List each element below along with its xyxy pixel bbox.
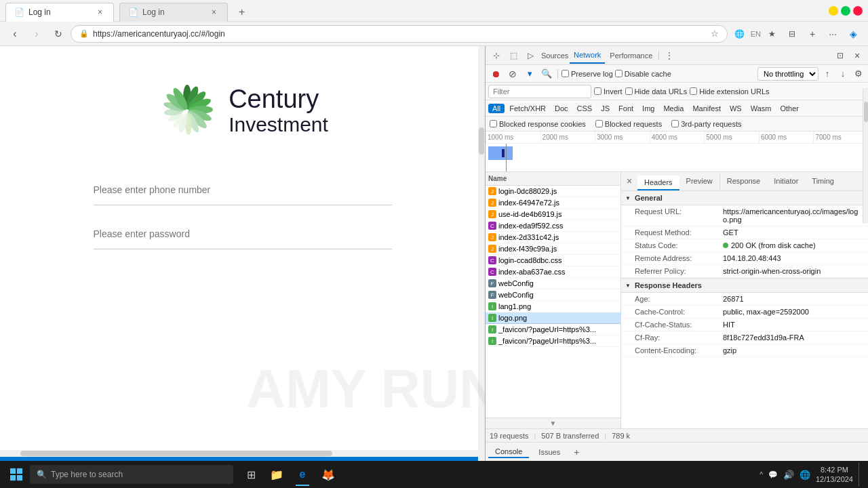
maximize-button[interactable]: [841, 6, 850, 16]
filter-icon-btn[interactable]: ▾: [522, 66, 537, 81]
record-btn[interactable]: ⏺: [488, 66, 503, 81]
hide-data-urls-label[interactable]: Hide data URLs: [625, 87, 688, 96]
show-desktop-btn[interactable]: [859, 462, 863, 487]
tray-chevron[interactable]: ^: [760, 471, 763, 479]
dt-network-btn[interactable]: Network: [570, 47, 605, 64]
general-section-header[interactable]: ▼ General: [621, 191, 868, 205]
tab-initiator[interactable]: Initiator: [767, 172, 805, 190]
bookmark-icon[interactable]: ☆: [711, 28, 719, 39]
blocked-cookies-label[interactable]: Blocked response cookies: [490, 120, 586, 128]
more-button[interactable]: ···: [823, 24, 842, 43]
copilot-button[interactable]: ◈: [844, 24, 863, 43]
blocked-requests-label[interactable]: Blocked requests: [595, 120, 662, 128]
export-btn[interactable]: ↓: [836, 67, 850, 81]
dt-inspect-btn[interactable]: ⬚: [505, 47, 521, 64]
hide-ext-urls-label[interactable]: Hide extension URLs: [690, 87, 769, 96]
filter-all[interactable]: All: [488, 104, 505, 113]
req-row-4[interactable]: C index-eda9f592.css: [486, 220, 620, 232]
tray-network-icon[interactable]: 🌐: [800, 470, 810, 480]
req-row-1[interactable]: J login-0dc88029.js: [486, 186, 620, 197]
filter-css[interactable]: CSS: [573, 104, 597, 113]
req-row-12-selected[interactable]: I logo.png: [486, 312, 620, 324]
req-row-10[interactable]: F webConfig: [486, 289, 620, 301]
req-row-2[interactable]: J index-64947e72.js: [486, 197, 620, 209]
search-btn[interactable]: 🔍: [539, 66, 554, 81]
filter-doc[interactable]: Doc: [551, 104, 572, 113]
page-scrollbar-v[interactable]: [478, 46, 485, 461]
forward-button[interactable]: ›: [27, 24, 46, 43]
tray-volume-icon[interactable]: 🔊: [783, 470, 794, 480]
import-btn[interactable]: ↑: [821, 67, 834, 81]
taskview-btn[interactable]: ⊞: [239, 461, 263, 488]
tab-response[interactable]: Response: [720, 172, 768, 190]
third-party-label[interactable]: 3rd-party requests: [671, 120, 741, 128]
filter-media[interactable]: Media: [659, 104, 688, 113]
req-row-3[interactable]: J use-id-de4b6919.js: [486, 209, 620, 220]
dt-dock-btn[interactable]: ⊡: [832, 47, 848, 64]
req-row-7[interactable]: C login-ccad8dbc.css: [486, 255, 620, 266]
dt-pointer-btn[interactable]: ⊹: [488, 47, 505, 64]
req-row-5[interactable]: J index-2d331c42.js: [486, 232, 620, 243]
tab-timing[interactable]: Timing: [805, 172, 841, 190]
dt-more-tools-btn[interactable]: ⋮: [661, 47, 677, 64]
split-button[interactable]: ⊟: [783, 24, 802, 43]
request-list[interactable]: J login-0dc88029.js J index-64947e72.js …: [486, 186, 620, 418]
tab-1-close[interactable]: ×: [95, 7, 105, 18]
console-tab[interactable]: Console: [488, 446, 529, 458]
filter-ws[interactable]: WS: [726, 104, 746, 113]
file-explorer-btn[interactable]: 📁: [264, 461, 289, 488]
req-row-11[interactable]: I lang1.png: [486, 301, 620, 312]
req-row-9[interactable]: F webConfig: [486, 278, 620, 289]
tab-preview[interactable]: Preview: [679, 172, 720, 190]
filter-other[interactable]: Other: [776, 104, 803, 113]
filter-js[interactable]: JS: [597, 104, 614, 113]
filter-wasm[interactable]: Wasm: [747, 104, 776, 113]
clear-btn[interactable]: ⊘: [505, 66, 520, 81]
add-button[interactable]: +: [803, 24, 822, 43]
add-panel-btn[interactable]: +: [570, 445, 583, 459]
minimize-button[interactable]: [829, 6, 838, 16]
third-party-checkbox[interactable]: [671, 120, 679, 127]
filter-img[interactable]: Img: [638, 104, 658, 113]
req-row-8[interactable]: C index-aba637ae.css: [486, 266, 620, 278]
req-row-14[interactable]: I _favicon/?pageUrl=https%3...: [486, 336, 620, 347]
address-box[interactable]: 🔒 https://americancenturyaoj.cc/#/login …: [71, 25, 728, 43]
close-button[interactable]: [853, 6, 863, 16]
tray-chat-icon[interactable]: 💬: [768, 470, 778, 479]
req-row-13[interactable]: I _favicon/?pageUrl=https%3...: [486, 324, 620, 336]
hide-data-urls-checkbox[interactable]: [625, 87, 633, 95]
favorites-button[interactable]: ★: [762, 24, 781, 43]
disable-cache-checkbox[interactable]: [615, 70, 623, 77]
blocked-requests-checkbox[interactable]: [595, 120, 603, 127]
filter-input[interactable]: [488, 85, 591, 98]
filter-manifest[interactable]: Manifest: [688, 104, 725, 113]
password-input[interactable]: [94, 219, 392, 249]
preserve-log-checkbox[interactable]: [561, 70, 569, 77]
phone-input[interactable]: [94, 175, 392, 205]
throttling-select[interactable]: No throttling Fast 3G Slow 3G Offline: [757, 67, 818, 81]
new-tab-button[interactable]: +: [233, 3, 250, 22]
refresh-button[interactable]: ↻: [49, 24, 68, 43]
tray-time[interactable]: 8:42 PM 12/13/2024: [816, 465, 853, 485]
tab-headers[interactable]: Headers: [637, 176, 679, 190]
dt-console-btn[interactable]: ▷: [522, 47, 538, 64]
list-scroll-down[interactable]: ▼: [486, 418, 620, 428]
preserve-log-label[interactable]: Preserve log: [561, 70, 613, 78]
taskbar-search[interactable]: 🔍 Type here to search: [30, 465, 233, 484]
req-row-6[interactable]: J index-f439c99a.js: [486, 243, 620, 255]
dt-sources-btn[interactable]: Sources: [539, 47, 569, 64]
page-scrollbar-h[interactable]: [0, 450, 485, 457]
back-button[interactable]: ‹: [5, 24, 24, 43]
firefox-btn[interactable]: 🦊: [316, 461, 340, 488]
filter-fetchxhr[interactable]: Fetch/XHR: [505, 104, 550, 113]
resp-headers-section[interactable]: ▼ Response Headers: [621, 278, 868, 293]
tab-1[interactable]: 📄 Log in ×: [5, 3, 114, 22]
invert-checkbox[interactable]: [594, 87, 601, 95]
issues-tab[interactable]: Issues: [532, 447, 567, 458]
dt-close-devtools-btn[interactable]: ×: [849, 47, 865, 64]
dt-performance-btn[interactable]: Performance: [606, 47, 656, 64]
filter-font[interactable]: Font: [614, 104, 637, 113]
tab-2[interactable]: 📄 Log in ×: [119, 3, 228, 22]
disable-cache-label[interactable]: Disable cache: [615, 70, 671, 78]
detail-scrollbar[interactable]: [863, 172, 868, 224]
